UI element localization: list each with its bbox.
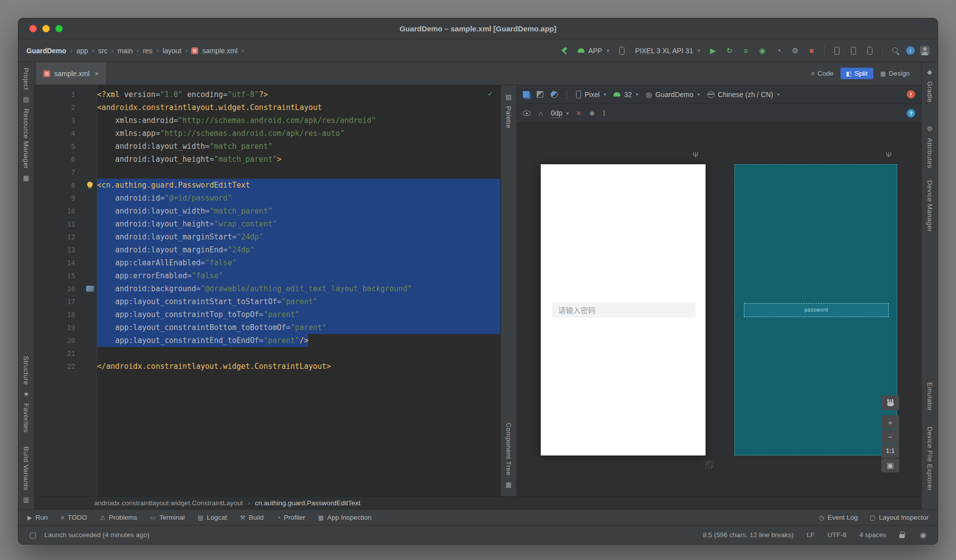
code-line-1[interactable]: 1<?xml version="1.0" encoding="utf-8"?> bbox=[34, 88, 500, 101]
preview-device-select[interactable]: Pixel bbox=[576, 91, 606, 99]
resource-hierarchy-icon[interactable]: ▦ bbox=[23, 174, 29, 182]
sidebar-item-attributes[interactable]: Attributes bbox=[926, 138, 934, 168]
design-preview-device[interactable]: 请输入密码 bbox=[541, 164, 706, 455]
code-line-6[interactable]: 6 android:layout_height="match_parent"> bbox=[34, 153, 500, 166]
blueprint-toggle-icon[interactable] bbox=[537, 91, 543, 98]
close-window-button[interactable] bbox=[29, 25, 37, 32]
sidebar-item-resource-manager[interactable]: Resource Manager bbox=[22, 109, 30, 169]
code-line-14[interactable]: 14 app:clearAllEnabled="false" bbox=[34, 256, 500, 269]
profile-icon[interactable]: ◔ bbox=[773, 45, 784, 57]
night-mode-icon[interactable] bbox=[551, 91, 558, 98]
code-line-9[interactable]: 9 android:id="@+id/password" bbox=[34, 192, 500, 205]
zoom-in-button[interactable]: + bbox=[881, 415, 899, 429]
attach-debugger-icon[interactable] bbox=[832, 45, 842, 57]
build-variants-icon[interactable]: ▥ bbox=[23, 496, 29, 503]
run-config-select[interactable]: APP bbox=[576, 45, 611, 56]
background-tasks-icon[interactable]: ◉ bbox=[918, 529, 929, 541]
build-hammer-icon[interactable] bbox=[559, 45, 570, 57]
password-edittext-blueprint[interactable]: password bbox=[744, 303, 889, 317]
problems-toolwindow-button[interactable]: ⚠Problems bbox=[100, 514, 137, 521]
breadcrumb-parent[interactable]: androidx.constraintlayout.widget.Constra… bbox=[94, 499, 243, 507]
code-line-19[interactable]: 19 app:layout_constraintBottom_toBottomO… bbox=[34, 321, 500, 334]
breadcrumb-item-layout[interactable]: layout bbox=[163, 47, 181, 55]
zoom-fit-button[interactable]: ▣ bbox=[881, 458, 899, 472]
breadcrumb-item-sample-xml[interactable]: sample.xml bbox=[202, 47, 238, 55]
sidebar-item-gradle[interactable]: Gradle bbox=[926, 81, 934, 103]
stop-icon[interactable]: ■ bbox=[806, 45, 817, 57]
locale-select[interactable]: Chinese (zh / CN) bbox=[708, 91, 780, 99]
default-margin-select[interactable]: 0dp bbox=[551, 109, 569, 118]
sidebar-item-build-variants[interactable]: Build Variants bbox=[22, 447, 30, 490]
issue-panel-icon[interactable]: ! bbox=[907, 90, 915, 99]
breadcrumb-child[interactable]: cn.authing.guard.PasswordEditText bbox=[255, 499, 360, 507]
code-line-12[interactable]: 12 android:layout_marginStart="24dp" bbox=[34, 230, 500, 243]
sidebar-item-structure[interactable]: Structure bbox=[22, 356, 30, 385]
ide-update-icon[interactable]: ↑ bbox=[906, 46, 915, 55]
rerun-icon[interactable]: ↻ bbox=[724, 45, 735, 57]
code-line-8[interactable]: 8<cn.authing.guard.PasswordEditText bbox=[34, 179, 500, 192]
gradle-elephant-icon[interactable]: ◆ bbox=[927, 68, 932, 76]
password-edittext-preview[interactable]: 请输入密码 bbox=[552, 303, 696, 318]
breadcrumb-item-src[interactable]: src bbox=[98, 47, 108, 55]
sidebar-item-device-manager[interactable]: Device Manager bbox=[926, 180, 934, 232]
indent-setting[interactable]: 4 spaces bbox=[859, 531, 886, 539]
mode-design[interactable]: ▦ Design bbox=[875, 68, 915, 79]
sync-device-icon[interactable] bbox=[848, 45, 859, 57]
folder-icon[interactable]: ▤ bbox=[23, 96, 29, 103]
caret-position[interactable]: 8:5 (596 chars, 12 line breaks) bbox=[703, 531, 794, 539]
code-line-18[interactable]: 18 app:layout_constraintTop_toTopOf="par… bbox=[34, 308, 500, 321]
palette-tab[interactable]: Palette bbox=[505, 106, 512, 128]
clear-constraints-icon[interactable]: × bbox=[577, 109, 581, 118]
status-message[interactable]: Launch succeeded (4 minutes ago) bbox=[44, 531, 149, 539]
build-toolwindow-button[interactable]: ⚒Build bbox=[240, 514, 264, 521]
design-surface-icon[interactable] bbox=[523, 91, 529, 98]
user-avatar[interactable] bbox=[920, 46, 930, 55]
title-bar[interactable]: GuardDemo – sample.xml [GuardDemo.app] bbox=[18, 18, 938, 39]
sidebar-item-favorites[interactable]: Favorites bbox=[22, 403, 30, 433]
view-options-icon[interactable] bbox=[523, 111, 531, 116]
zoom-ratio-button[interactable]: 1:1 bbox=[881, 444, 899, 458]
star-icon[interactable]: ★ bbox=[23, 390, 29, 398]
tool-window-toggle-icon[interactable]: ▢ bbox=[27, 529, 38, 541]
code-line-20[interactable]: 20 app:layout_constraintEnd_toEndOf="par… bbox=[34, 334, 500, 347]
device-select[interactable]: PIXEL 3 XL API 31 bbox=[633, 45, 702, 56]
close-tab-icon[interactable]: × bbox=[95, 69, 99, 78]
event-log-button[interactable]: ◷Event Log bbox=[819, 514, 858, 521]
inspection-ok-icon[interactable]: ✓ bbox=[488, 89, 492, 98]
intention-bulb-icon[interactable] bbox=[87, 182, 93, 187]
screen-capture-icon[interactable] bbox=[864, 45, 875, 57]
code-line-21[interactable]: 21 bbox=[34, 347, 500, 360]
breadcrumb-item-main[interactable]: main bbox=[118, 47, 132, 55]
sidebar-item-device-file-explorer[interactable]: Device File Explorer bbox=[926, 427, 934, 491]
code-line-11[interactable]: 11 android:layout_height="wrap_content" bbox=[34, 218, 500, 230]
api-version-select[interactable]: 32 bbox=[613, 91, 638, 99]
code-line-22[interactable]: 22</androidx.constraintlayout.widget.Con… bbox=[34, 360, 500, 373]
device-manager-icon[interactable] bbox=[616, 45, 627, 57]
code-line-5[interactable]: 5 android:layout_width="match_parent" bbox=[34, 140, 500, 153]
blueprint-preview-device[interactable]: password bbox=[734, 164, 897, 455]
sidebar-item-emulator[interactable]: Emulator bbox=[926, 382, 934, 411]
tab-sample-xml[interactable]: sample.xml × bbox=[36, 62, 107, 85]
component-tree-tab[interactable]: Component Tree bbox=[505, 423, 512, 475]
debug-icon[interactable]: ◉ bbox=[757, 45, 768, 57]
run-coverage-icon[interactable]: ≡ bbox=[740, 45, 751, 57]
settings-icon[interactable]: ⚙ bbox=[790, 45, 801, 57]
profiler-toolwindow-button[interactable]: ◔Profiler bbox=[277, 514, 305, 521]
autoconnect-magnet-icon[interactable]: ∩ bbox=[538, 110, 543, 117]
design-canvas[interactable]: Ψ Ψ 请输入密码 password bbox=[517, 123, 921, 496]
run-toolwindow-button[interactable]: ▶Run bbox=[27, 514, 48, 521]
breadcrumb-item-app[interactable]: app bbox=[76, 47, 88, 55]
infer-constraints-icon[interactable]: ∗ bbox=[589, 108, 596, 118]
zoom-out-button[interactable]: − bbox=[881, 430, 899, 444]
todo-toolwindow-button[interactable]: ≡TODO bbox=[61, 514, 87, 521]
search-everywhere-icon[interactable] bbox=[890, 45, 901, 57]
breadcrumb-item-guarddemo[interactable]: GuardDemo bbox=[26, 47, 66, 55]
line-separator[interactable]: LF bbox=[807, 531, 815, 539]
logcat-toolwindow-button[interactable]: ▤Logcat bbox=[198, 514, 227, 521]
file-encoding[interactable]: UTF-8 bbox=[828, 531, 846, 539]
attributes-icon[interactable]: ⚙ bbox=[927, 125, 933, 132]
code-line-16[interactable]: 16 android:background="@drawable/authing… bbox=[34, 282, 500, 295]
breadcrumb-item-res[interactable]: res bbox=[143, 47, 152, 55]
sidebar-item-project[interactable]: Project bbox=[22, 68, 30, 90]
pan-hand-button[interactable] bbox=[881, 395, 899, 410]
